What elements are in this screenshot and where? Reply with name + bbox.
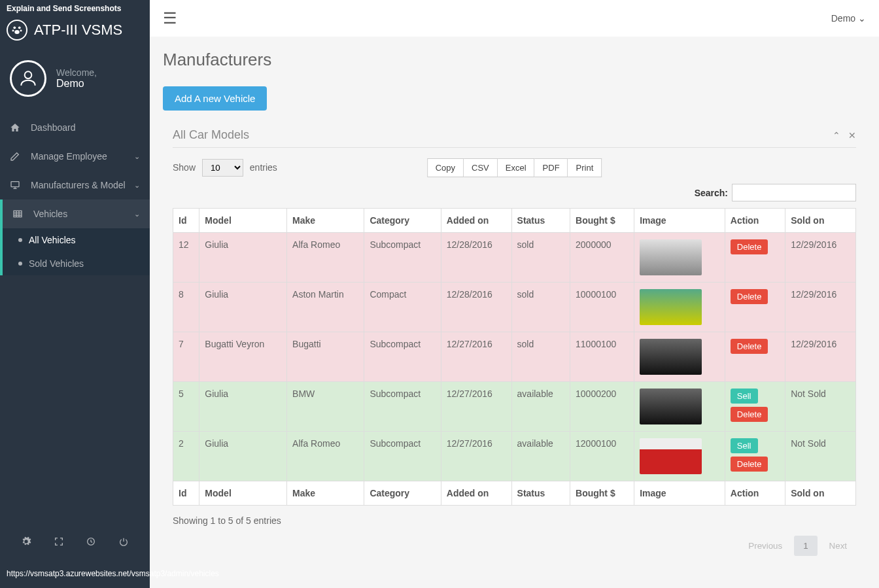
panel-title: All Car Models: [173, 128, 249, 142]
app-name: ATP-III VSMS: [34, 22, 122, 39]
table-row: 5 Giulia BMW Subcompact 12/27/2016 avail…: [173, 382, 856, 432]
previous-button[interactable]: Previous: [739, 536, 791, 556]
sell-button[interactable]: Sell: [731, 438, 758, 453]
delete-button[interactable]: Delete: [731, 289, 768, 304]
entries-select[interactable]: 10: [202, 159, 243, 177]
cell-action: Delete: [725, 283, 785, 332]
chevron-down-icon: ⌄: [134, 152, 140, 161]
nav-manage-employee-label: Manage Employee: [31, 151, 107, 162]
cell-model: Giulia: [199, 233, 287, 283]
paw-icon: [7, 20, 27, 41]
page-content: Manufacturers Add A new Vehicle All Car …: [150, 37, 879, 585]
nav-manufacturers-model[interactable]: Manufacturers & Model ⌄: [0, 171, 150, 199]
export-excel-button[interactable]: Excel: [498, 158, 535, 177]
table-header-row: Id Model Make Category Added on Status B…: [173, 209, 856, 233]
show-label: Show: [173, 162, 196, 173]
lock-icon[interactable]: [86, 536, 96, 549]
cell-action: Delete: [725, 233, 785, 283]
cell-id: 7: [173, 332, 199, 382]
nav-manufacturers-label: Manufacturers & Model: [31, 180, 126, 190]
collapse-icon[interactable]: ⌃: [833, 130, 840, 141]
vehicle-thumbnail: [640, 389, 702, 424]
table-info: Showing 1 to 5 of 5 entries: [163, 506, 866, 536]
panel-header: All Car Models ⌃ ✕: [163, 120, 866, 147]
cell-sold-on: 12/29/2016: [785, 332, 856, 382]
export-copy-button[interactable]: Copy: [427, 158, 464, 177]
cell-bought: 11000100: [570, 332, 634, 382]
close-icon[interactable]: ✕: [848, 130, 856, 141]
pagination: Previous 1 Next: [163, 536, 866, 566]
nav-dashboard-label: Dashboard: [31, 122, 76, 133]
fcol-bought: Bought $: [570, 481, 634, 506]
subnav-vehicles: All Vehicles Sold Vehicles: [0, 228, 150, 275]
fcol-id: Id: [173, 481, 199, 506]
cell-sold-on: Not Sold: [785, 432, 856, 481]
cell-bought: 10000100: [570, 283, 634, 332]
cell-added-on: 12/28/2016: [441, 233, 511, 283]
cell-model: Giulia: [199, 432, 287, 481]
delete-button[interactable]: Delete: [731, 239, 768, 254]
nav-dashboard[interactable]: Dashboard: [0, 113, 150, 142]
user-menu[interactable]: Demo ⌄: [831, 13, 866, 24]
col-category[interactable]: Category: [364, 209, 441, 233]
sell-button[interactable]: Sell: [731, 389, 758, 404]
col-sold-on[interactable]: Sold on: [785, 209, 856, 233]
col-model[interactable]: Model: [199, 209, 287, 233]
vehicles-table: Id Model Make Category Added on Status B…: [173, 208, 856, 506]
export-csv-button[interactable]: CSV: [464, 158, 498, 177]
cell-category: Subcompact: [364, 432, 441, 481]
vehicle-thumbnail: [640, 438, 702, 474]
vehicle-thumbnail: [640, 289, 702, 325]
menu-toggle-icon[interactable]: ☰: [163, 9, 177, 27]
export-print-button[interactable]: Print: [568, 158, 602, 177]
subnav-all-vehicles[interactable]: All Vehicles: [3, 228, 150, 252]
cell-status: available: [511, 382, 570, 432]
svg-rect-6: [11, 182, 19, 187]
home-icon: [10, 122, 23, 133]
col-action[interactable]: Action: [725, 209, 785, 233]
cell-added-on: 12/28/2016: [441, 283, 511, 332]
col-added-on[interactable]: Added on: [441, 209, 511, 233]
gear-icon[interactable]: [21, 536, 31, 549]
power-icon[interactable]: [118, 536, 129, 549]
fcol-added-on: Added on: [441, 481, 511, 506]
col-id[interactable]: Id: [173, 209, 199, 233]
next-button[interactable]: Next: [820, 536, 856, 556]
export-pdf-button[interactable]: PDF: [535, 158, 568, 177]
subnav-sold-vehicles[interactable]: Sold Vehicles: [3, 252, 150, 275]
welcome-label: Welcome,: [56, 67, 97, 78]
cell-make: Bugatti: [287, 332, 364, 382]
cell-sold-on: 12/29/2016: [785, 233, 856, 283]
nav-manage-employee[interactable]: Manage Employee ⌄: [0, 142, 150, 171]
nav-vehicles-label: Vehicles: [33, 209, 67, 219]
fcol-status: Status: [511, 481, 570, 506]
delete-button[interactable]: Delete: [731, 339, 768, 354]
cell-id: 12: [173, 233, 199, 283]
edit-icon: [10, 151, 23, 162]
cell-image: [634, 283, 725, 332]
col-image[interactable]: Image: [634, 209, 725, 233]
expand-icon[interactable]: [54, 536, 64, 549]
user-name: Demo: [56, 78, 97, 90]
chevron-down-icon: ⌄: [134, 210, 140, 218]
topbar: ☰ Demo ⌄: [150, 0, 879, 37]
nav-vehicles[interactable]: Vehicles ⌄: [0, 199, 150, 228]
fcol-make: Make: [287, 481, 364, 506]
svg-point-1: [18, 26, 21, 29]
col-bought[interactable]: Bought $: [570, 209, 634, 233]
cell-added-on: 12/27/2016: [441, 382, 511, 432]
col-make[interactable]: Make: [287, 209, 364, 233]
delete-button[interactable]: Delete: [731, 407, 768, 422]
cell-category: Subcompact: [364, 332, 441, 382]
svg-point-2: [12, 29, 14, 31]
cell-make: Alfa Romeo: [287, 432, 364, 481]
delete-button[interactable]: Delete: [731, 457, 768, 472]
search-row: Search:: [163, 184, 866, 208]
page-1-button[interactable]: 1: [794, 536, 817, 556]
add-vehicle-button[interactable]: Add A new Vehicle: [163, 86, 267, 111]
cell-added-on: 12/27/2016: [441, 432, 511, 481]
col-status[interactable]: Status: [511, 209, 570, 233]
search-input[interactable]: [732, 184, 856, 201]
svg-point-3: [20, 29, 22, 31]
cell-make: BMW: [287, 382, 364, 432]
